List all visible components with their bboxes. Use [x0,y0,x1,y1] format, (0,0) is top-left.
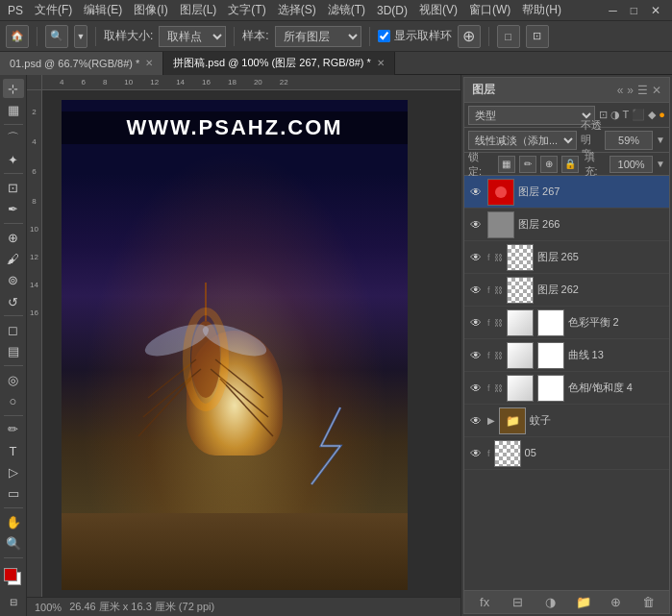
menu-3d[interactable]: 3D(D) [373,4,411,17]
menu-edit[interactable]: 编辑(E) [80,2,126,18]
curves-visibility[interactable]: 👁 [468,348,484,363]
eyedropper-tool[interactable]: 🔍 [45,25,68,48]
shape-tool[interactable]: ▭ [3,484,24,504]
layer-row-colorbalance[interactable]: 👁 f ⛓ 色彩平衡 2 [464,307,669,339]
layer-266-visibility[interactable]: 👁 [468,217,484,233]
stamp-tool[interactable]: ⊚ [3,271,24,290]
selection-tool[interactable]: ▦ [3,100,24,119]
panel-close-btn[interactable]: ✕ [652,84,661,97]
layer-row-267[interactable]: 👁 图层 267 [464,176,669,209]
option-btn1[interactable]: □ [497,25,520,48]
menu-help[interactable]: 帮助(H) [518,2,565,18]
layer-05-name: 05 [525,446,665,459]
tab-01psd-close[interactable]: ✕ [145,58,153,68]
lock-pixels-btn[interactable]: ▦ [498,156,515,173]
blend-mode-select[interactable]: 线性减淡（添加... [468,131,577,150]
eyedropper-tool-side[interactable]: ✒ [3,200,24,219]
menu-select[interactable]: 选择(S) [274,2,320,18]
layer-row-mosquito-group[interactable]: 👁 ▶ 📁 蚊子 [464,405,669,437]
add-mask-btn[interactable]: ⊟ [508,593,527,612]
fill-input[interactable] [610,156,653,173]
panel-menu-btn[interactable]: ☰ [637,84,648,97]
close-btn[interactable]: ✕ [647,4,664,17]
tab-01psd[interactable]: 01.psd @ 66.7%(RGB/8#) * ✕ [0,52,163,75]
gradient-tool[interactable]: ▤ [3,342,24,361]
new-group-btn[interactable]: 📁 [574,593,593,612]
canvas-content[interactable]: WWW.PSAHZ.COM [42,90,460,597]
layer-row-curves[interactable]: 👁 f ⛓ 曲线 13 [464,339,669,372]
crop-tool[interactable]: ⊡ [3,178,24,197]
hand-tool[interactable]: ✋ [3,512,24,531]
adjustment-layer-btn[interactable]: ◑ [540,593,560,612]
history-brush[interactable]: ↺ [3,292,24,311]
fg-color[interactable] [4,568,17,581]
show-sample-checkbox[interactable] [378,30,390,42]
magic-wand-tool[interactable]: ✦ [3,150,24,169]
group-arrow[interactable]: ▶ [487,415,495,426]
panel-collapse-btn[interactable]: « [617,84,624,97]
move-tool[interactable]: ⊹ [3,79,24,98]
new-layer-btn[interactable]: ⊕ [607,593,626,612]
lasso-tool[interactable]: ⌒ [3,129,24,148]
hsl-name: 色相/饱和度 4 [568,381,665,394]
layer-type-filter[interactable]: 类型 [468,106,595,125]
fill-arrow[interactable]: ▼ [656,159,665,169]
colorbalance-visibility[interactable]: 👁 [468,315,484,331]
opacity-input[interactable] [605,131,653,150]
tab-collage[interactable]: 拼图稿.psd @ 100% (图层 267, RGB/8#) * ✕ [163,52,395,75]
maximize-btn[interactable]: □ [627,4,641,17]
delete-layer-btn[interactable]: 🗑 [639,593,659,612]
menu-window[interactable]: 窗口(W) [465,2,514,18]
text-tool[interactable]: T [3,441,24,460]
add-layer-style-btn[interactable]: fx [475,593,494,612]
quick-mask[interactable]: ⊟ [3,593,24,612]
layer-05-visibility[interactable]: 👁 [468,446,484,461]
dodge-tool[interactable]: ○ [3,391,24,410]
lock-position-btn[interactable]: ✏ [519,156,536,173]
sample-size-select[interactable]: 取样点 [159,26,226,47]
curves-name: 曲线 13 [568,348,665,361]
lock-all-btn[interactable]: 🔒 [561,156,579,173]
spot-heal-tool[interactable]: ⊕ [3,228,24,247]
layers-list[interactable]: 👁 图层 267 👁 图层 266 👁 f [464,176,669,590]
panel-collapse-btn2[interactable]: » [627,84,634,97]
opacity-arrow[interactable]: ▼ [656,135,665,145]
menu-view[interactable]: 视图(V) [415,2,461,18]
layer-262-visibility[interactable]: 👁 [468,283,484,298]
menu-text[interactable]: 文字(T) [224,2,269,18]
home-btn[interactable]: 🏠 [6,25,29,48]
layer-row-hsl[interactable]: 👁 f ⛓ 色相/饱和度 4 [464,372,669,405]
sample-size-label: 取样大小: [104,28,153,44]
blur-tool[interactable]: ◎ [3,370,24,389]
brush-tool[interactable]: 🖌 [3,249,24,268]
canvas-image[interactable]: WWW.PSAHZ.COM [62,100,408,590]
layer-row-265[interactable]: 👁 f ⛓ 图层 265 [464,241,669,274]
menu-ps[interactable]: PS [4,4,27,17]
option-btn2[interactable]: ⊡ [526,25,549,48]
mosquito-group-visibility[interactable]: 👁 [468,413,484,429]
layer-row-05[interactable]: 👁 f 05 [464,437,669,470]
layer-265-visibility[interactable]: 👁 [468,250,484,265]
menu-image[interactable]: 图像(I) [130,2,171,18]
pen-tool[interactable]: ✏ [3,420,24,439]
menu-filter[interactable]: 滤镜(T) [324,2,369,18]
divider-5 [488,27,489,46]
tool-option[interactable]: ▼ [74,25,87,48]
lock-artboard-btn[interactable]: ⊕ [540,156,558,173]
layer-row-266[interactable]: 👁 图层 266 [464,209,669,241]
menu-layer[interactable]: 图层(L) [176,2,221,18]
layer-267-visibility[interactable]: 👁 [468,185,484,200]
path-select-tool[interactable]: ▷ [3,462,24,481]
sample-icon[interactable]: ⊕ [458,25,481,48]
eraser-tool[interactable]: ◻ [3,320,24,339]
minimize-btn[interactable]: ─ [605,4,621,17]
layer-266-name: 图层 266 [518,217,665,231]
layer-row-262[interactable]: 👁 f ⛓ 图层 262 [464,274,669,307]
menu-file[interactable]: 文件(F) [31,2,76,18]
divider-1 [37,27,37,46]
sample-select[interactable]: 所有图层 [275,26,361,47]
tab-collage-close[interactable]: ✕ [377,58,385,68]
svg-line-8 [220,379,273,436]
hsl-visibility[interactable]: 👁 [468,381,484,396]
zoom-tool[interactable]: 🔍 [3,533,24,553]
